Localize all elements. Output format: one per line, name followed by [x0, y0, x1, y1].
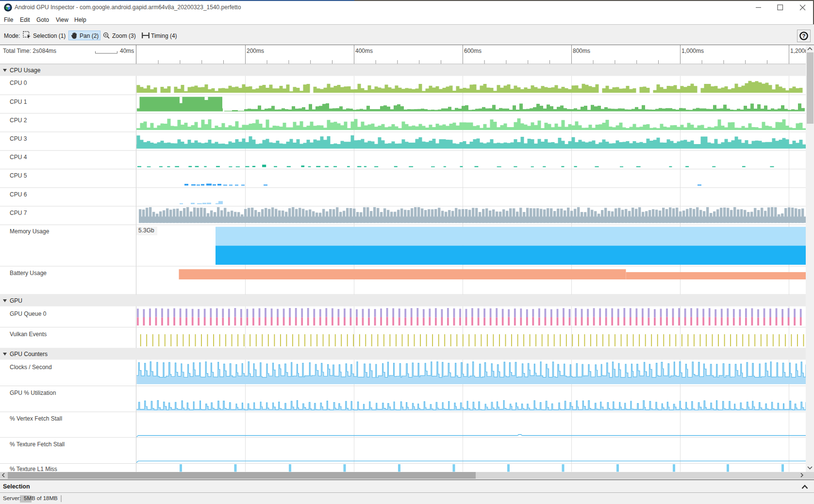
svg-text:?: ? — [802, 33, 805, 39]
